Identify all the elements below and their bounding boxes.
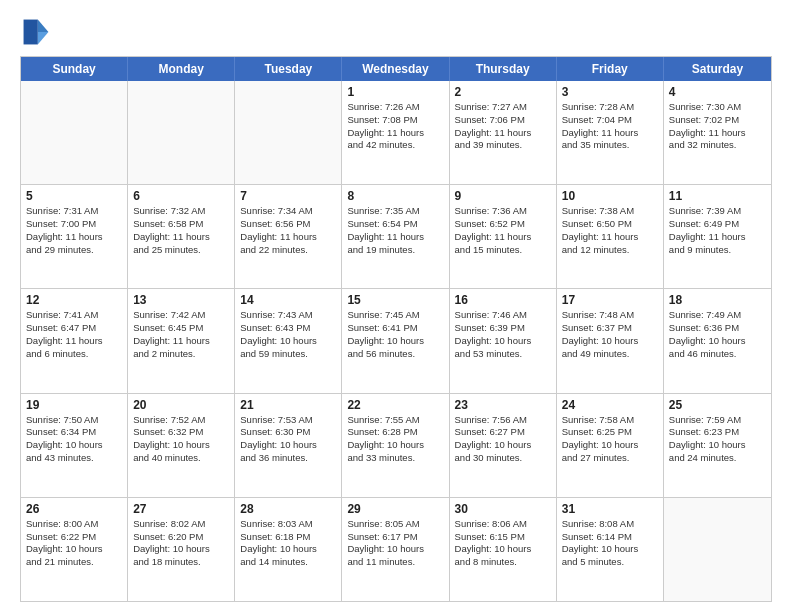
day-info: Sunrise: 7:36 AM Sunset: 6:52 PM Dayligh… [455, 205, 551, 256]
day-info: Sunrise: 8:05 AM Sunset: 6:17 PM Dayligh… [347, 518, 443, 569]
day-number: 9 [455, 189, 551, 203]
day-info: Sunrise: 7:48 AM Sunset: 6:37 PM Dayligh… [562, 309, 658, 360]
day-info: Sunrise: 7:41 AM Sunset: 6:47 PM Dayligh… [26, 309, 122, 360]
day-number: 19 [26, 398, 122, 412]
day-number: 23 [455, 398, 551, 412]
calendar-cell: 2Sunrise: 7:27 AM Sunset: 7:06 PM Daylig… [450, 81, 557, 184]
logo-icon [20, 16, 52, 48]
day-number: 25 [669, 398, 766, 412]
calendar: SundayMondayTuesdayWednesdayThursdayFrid… [20, 56, 772, 602]
calendar-cell: 24Sunrise: 7:58 AM Sunset: 6:25 PM Dayli… [557, 394, 664, 497]
day-number: 22 [347, 398, 443, 412]
day-info: Sunrise: 7:42 AM Sunset: 6:45 PM Dayligh… [133, 309, 229, 360]
calendar-cell: 4Sunrise: 7:30 AM Sunset: 7:02 PM Daylig… [664, 81, 771, 184]
day-number: 12 [26, 293, 122, 307]
calendar-cell: 7Sunrise: 7:34 AM Sunset: 6:56 PM Daylig… [235, 185, 342, 288]
day-info: Sunrise: 8:00 AM Sunset: 6:22 PM Dayligh… [26, 518, 122, 569]
day-number: 1 [347, 85, 443, 99]
calendar-cell: 3Sunrise: 7:28 AM Sunset: 7:04 PM Daylig… [557, 81, 664, 184]
calendar-cell: 20Sunrise: 7:52 AM Sunset: 6:32 PM Dayli… [128, 394, 235, 497]
weekday-header: Saturday [664, 57, 771, 81]
day-number: 16 [455, 293, 551, 307]
logo [20, 16, 56, 48]
calendar-cell: 11Sunrise: 7:39 AM Sunset: 6:49 PM Dayli… [664, 185, 771, 288]
day-number: 8 [347, 189, 443, 203]
day-info: Sunrise: 8:08 AM Sunset: 6:14 PM Dayligh… [562, 518, 658, 569]
calendar-cell [128, 81, 235, 184]
svg-rect-2 [24, 20, 38, 45]
day-number: 2 [455, 85, 551, 99]
day-number: 28 [240, 502, 336, 516]
calendar-cell: 16Sunrise: 7:46 AM Sunset: 6:39 PM Dayli… [450, 289, 557, 392]
calendar-cell: 25Sunrise: 7:59 AM Sunset: 6:23 PM Dayli… [664, 394, 771, 497]
day-number: 4 [669, 85, 766, 99]
day-number: 15 [347, 293, 443, 307]
weekday-header: Wednesday [342, 57, 449, 81]
calendar-cell: 14Sunrise: 7:43 AM Sunset: 6:43 PM Dayli… [235, 289, 342, 392]
calendar-cell: 6Sunrise: 7:32 AM Sunset: 6:58 PM Daylig… [128, 185, 235, 288]
calendar-cell: 15Sunrise: 7:45 AM Sunset: 6:41 PM Dayli… [342, 289, 449, 392]
day-info: Sunrise: 7:59 AM Sunset: 6:23 PM Dayligh… [669, 414, 766, 465]
day-number: 18 [669, 293, 766, 307]
day-info: Sunrise: 7:27 AM Sunset: 7:06 PM Dayligh… [455, 101, 551, 152]
day-number: 10 [562, 189, 658, 203]
calendar-row: 1Sunrise: 7:26 AM Sunset: 7:08 PM Daylig… [21, 81, 771, 184]
day-info: Sunrise: 7:34 AM Sunset: 6:56 PM Dayligh… [240, 205, 336, 256]
calendar-cell: 28Sunrise: 8:03 AM Sunset: 6:18 PM Dayli… [235, 498, 342, 601]
calendar-cell: 12Sunrise: 7:41 AM Sunset: 6:47 PM Dayli… [21, 289, 128, 392]
calendar-cell: 9Sunrise: 7:36 AM Sunset: 6:52 PM Daylig… [450, 185, 557, 288]
day-info: Sunrise: 7:26 AM Sunset: 7:08 PM Dayligh… [347, 101, 443, 152]
day-info: Sunrise: 7:28 AM Sunset: 7:04 PM Dayligh… [562, 101, 658, 152]
day-number: 17 [562, 293, 658, 307]
calendar-cell: 1Sunrise: 7:26 AM Sunset: 7:08 PM Daylig… [342, 81, 449, 184]
calendar-cell: 27Sunrise: 8:02 AM Sunset: 6:20 PM Dayli… [128, 498, 235, 601]
day-number: 29 [347, 502, 443, 516]
day-info: Sunrise: 7:38 AM Sunset: 6:50 PM Dayligh… [562, 205, 658, 256]
day-number: 31 [562, 502, 658, 516]
day-info: Sunrise: 7:56 AM Sunset: 6:27 PM Dayligh… [455, 414, 551, 465]
day-info: Sunrise: 8:02 AM Sunset: 6:20 PM Dayligh… [133, 518, 229, 569]
day-info: Sunrise: 7:53 AM Sunset: 6:30 PM Dayligh… [240, 414, 336, 465]
weekday-header: Tuesday [235, 57, 342, 81]
weekday-header: Sunday [21, 57, 128, 81]
day-number: 7 [240, 189, 336, 203]
calendar-cell: 21Sunrise: 7:53 AM Sunset: 6:30 PM Dayli… [235, 394, 342, 497]
day-info: Sunrise: 8:03 AM Sunset: 6:18 PM Dayligh… [240, 518, 336, 569]
calendar-cell: 8Sunrise: 7:35 AM Sunset: 6:54 PM Daylig… [342, 185, 449, 288]
day-info: Sunrise: 7:55 AM Sunset: 6:28 PM Dayligh… [347, 414, 443, 465]
day-info: Sunrise: 7:35 AM Sunset: 6:54 PM Dayligh… [347, 205, 443, 256]
calendar-cell: 18Sunrise: 7:49 AM Sunset: 6:36 PM Dayli… [664, 289, 771, 392]
day-info: Sunrise: 7:43 AM Sunset: 6:43 PM Dayligh… [240, 309, 336, 360]
day-number: 3 [562, 85, 658, 99]
day-number: 13 [133, 293, 229, 307]
day-number: 24 [562, 398, 658, 412]
day-number: 6 [133, 189, 229, 203]
day-number: 14 [240, 293, 336, 307]
day-number: 26 [26, 502, 122, 516]
svg-marker-1 [38, 32, 49, 44]
day-number: 5 [26, 189, 122, 203]
day-number: 30 [455, 502, 551, 516]
day-info: Sunrise: 7:58 AM Sunset: 6:25 PM Dayligh… [562, 414, 658, 465]
calendar-row: 19Sunrise: 7:50 AM Sunset: 6:34 PM Dayli… [21, 393, 771, 497]
day-number: 20 [133, 398, 229, 412]
calendar-row: 5Sunrise: 7:31 AM Sunset: 7:00 PM Daylig… [21, 184, 771, 288]
calendar-cell: 29Sunrise: 8:05 AM Sunset: 6:17 PM Dayli… [342, 498, 449, 601]
weekday-header: Thursday [450, 57, 557, 81]
calendar-cell: 23Sunrise: 7:56 AM Sunset: 6:27 PM Dayli… [450, 394, 557, 497]
calendar-cell: 10Sunrise: 7:38 AM Sunset: 6:50 PM Dayli… [557, 185, 664, 288]
day-number: 27 [133, 502, 229, 516]
calendar-cell: 22Sunrise: 7:55 AM Sunset: 6:28 PM Dayli… [342, 394, 449, 497]
day-info: Sunrise: 7:32 AM Sunset: 6:58 PM Dayligh… [133, 205, 229, 256]
calendar-cell [664, 498, 771, 601]
day-info: Sunrise: 7:30 AM Sunset: 7:02 PM Dayligh… [669, 101, 766, 152]
calendar-cell: 19Sunrise: 7:50 AM Sunset: 6:34 PM Dayli… [21, 394, 128, 497]
calendar-cell: 30Sunrise: 8:06 AM Sunset: 6:15 PM Dayli… [450, 498, 557, 601]
calendar-cell [21, 81, 128, 184]
day-info: Sunrise: 7:45 AM Sunset: 6:41 PM Dayligh… [347, 309, 443, 360]
day-info: Sunrise: 7:49 AM Sunset: 6:36 PM Dayligh… [669, 309, 766, 360]
day-info: Sunrise: 7:31 AM Sunset: 7:00 PM Dayligh… [26, 205, 122, 256]
weekday-header: Monday [128, 57, 235, 81]
day-info: Sunrise: 8:06 AM Sunset: 6:15 PM Dayligh… [455, 518, 551, 569]
day-number: 11 [669, 189, 766, 203]
